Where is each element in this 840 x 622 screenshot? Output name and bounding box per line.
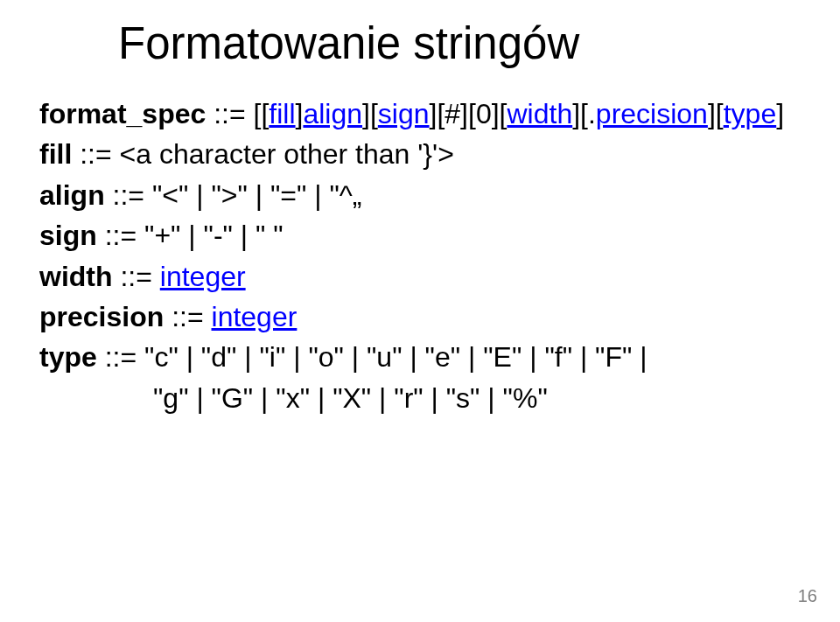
align-def: ::= "<" | ">" | "=" | "^„ xyxy=(105,179,362,211)
rule-sign: sign ::= "+" | "-" | " " xyxy=(39,215,801,255)
format-spec-label: format_spec xyxy=(39,98,206,129)
page-number: 16 xyxy=(798,586,817,606)
precision-integer-link[interactable]: integer xyxy=(212,301,298,332)
format-spec-width-link[interactable]: width xyxy=(507,98,572,129)
width-integer-link[interactable]: integer xyxy=(160,261,246,292)
type-def-line2: "g" | "G" | "x" | "X" | "r" | "s" | "%" xyxy=(153,382,548,414)
sign-def: ::= "+" | "-" | " " xyxy=(97,220,284,251)
format-spec-fill-link[interactable]: fill xyxy=(269,98,295,129)
rule-precision: precision ::= integer xyxy=(39,297,801,337)
type-def-line1: ::= "c" | "d" | "i" | "o" | "u" | "e" | … xyxy=(97,341,648,373)
type-label: type xyxy=(39,341,97,373)
rule-fill: fill ::= <a character other than '}'> xyxy=(39,134,801,174)
slide-container: Formatowanie stringów format_spec ::= [[… xyxy=(0,0,840,418)
format-spec-mid2: ][#][0][ xyxy=(430,98,508,129)
slide-content: format_spec ::= [[fill]align][sign][#][0… xyxy=(39,94,801,418)
format-spec-def: ::= [[ xyxy=(214,98,269,129)
fill-def: ::= <a character other than '}'> xyxy=(72,138,454,170)
format-spec-close2: ] xyxy=(776,98,784,129)
slide-title: Formatowanie stringów xyxy=(39,17,801,69)
rule-format-spec: format_spec ::= [[fill]align][sign][#][0… xyxy=(39,94,801,134)
format-spec-align-link[interactable]: align xyxy=(303,98,362,129)
sign-label: sign xyxy=(39,220,97,251)
width-label: width xyxy=(39,261,113,292)
format-spec-precision-link[interactable]: precision xyxy=(596,98,708,129)
fill-label: fill xyxy=(39,138,72,170)
rule-type-line1: type ::= "c" | "d" | "i" | "o" | "u" | "… xyxy=(39,337,801,377)
precision-def: ::= xyxy=(164,301,211,332)
rule-align: align ::= "<" | ">" | "=" | "^„ xyxy=(39,175,801,215)
rule-width: width ::= integer xyxy=(39,256,801,297)
format-spec-type-link[interactable]: type xyxy=(724,98,776,129)
width-def: ::= xyxy=(113,261,160,292)
format-spec-mid4: ][ xyxy=(708,98,724,129)
align-label: align xyxy=(39,179,105,211)
format-spec-sign-link[interactable]: sign xyxy=(378,98,430,129)
format-spec-mid1: ][ xyxy=(362,98,378,129)
format-spec-mid3: ][. xyxy=(572,98,596,129)
rule-type-line2: "g" | "G" | "x" | "X" | "r" | "s" | "%" xyxy=(39,378,801,418)
precision-label: precision xyxy=(39,301,164,332)
